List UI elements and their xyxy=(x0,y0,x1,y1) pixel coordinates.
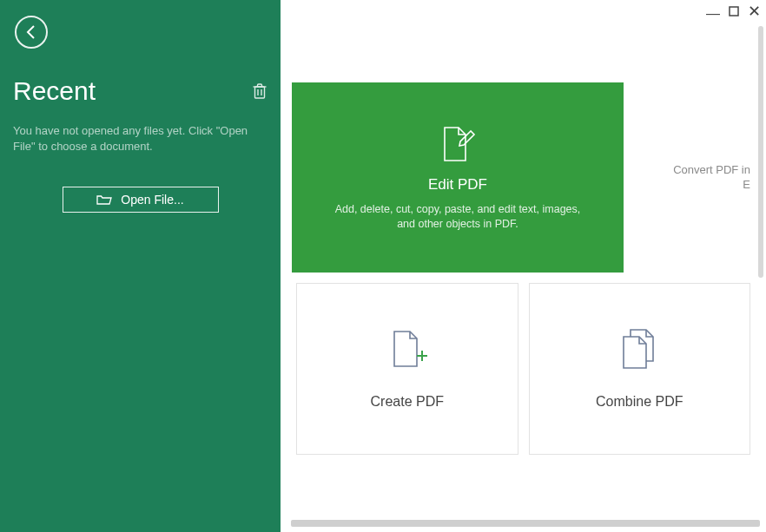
open-file-label: Open File... xyxy=(121,193,183,207)
documents-stack-icon xyxy=(617,328,662,371)
card-row-2: Create PDF Combine PDF xyxy=(281,283,766,455)
trash-icon xyxy=(252,82,267,100)
combine-pdf-card[interactable]: Combine PDF xyxy=(529,283,751,455)
document-plus-icon xyxy=(387,328,427,371)
edit-pdf-desc: Add, delete, cut, copy, paste, and edit … xyxy=(327,202,588,232)
folder-icon xyxy=(96,194,112,206)
open-file-button[interactable]: Open File... xyxy=(63,187,219,213)
sidebar: Recent You have not opened any files yet… xyxy=(0,0,281,532)
back-button[interactable] xyxy=(15,16,48,49)
recent-empty-message: You have not opened any files yet. Click… xyxy=(13,123,256,154)
convert-pdf-card-partial[interactable]: Convert PDF in E xyxy=(634,82,750,273)
svg-rect-0 xyxy=(255,87,265,98)
recent-header: Recent xyxy=(13,76,267,106)
create-pdf-title: Create PDF xyxy=(371,394,444,410)
card-row-1: Edit PDF Add, delete, cut, copy, paste, … xyxy=(281,82,766,273)
clear-recent-button[interactable] xyxy=(252,82,267,100)
combine-pdf-title: Combine PDF xyxy=(596,394,683,410)
convert-pdf-peek-text: Convert PDF in E xyxy=(673,163,750,193)
horizontal-scrollbar[interactable] xyxy=(291,520,760,527)
chevron-left-icon xyxy=(25,25,37,39)
recent-title: Recent xyxy=(13,76,96,106)
document-pencil-icon xyxy=(439,124,476,164)
content: Edit PDF Add, delete, cut, copy, paste, … xyxy=(281,0,766,532)
edit-pdf-card[interactable]: Edit PDF Add, delete, cut, copy, paste, … xyxy=(292,82,624,273)
app-window: Recent You have not opened any files yet… xyxy=(0,0,766,532)
main-area: — ✕ Edit PDF Add, delete, cut, copy, pas… xyxy=(281,0,766,532)
create-pdf-card[interactable]: Create PDF xyxy=(296,283,518,455)
edit-pdf-title: Edit PDF xyxy=(428,176,487,194)
